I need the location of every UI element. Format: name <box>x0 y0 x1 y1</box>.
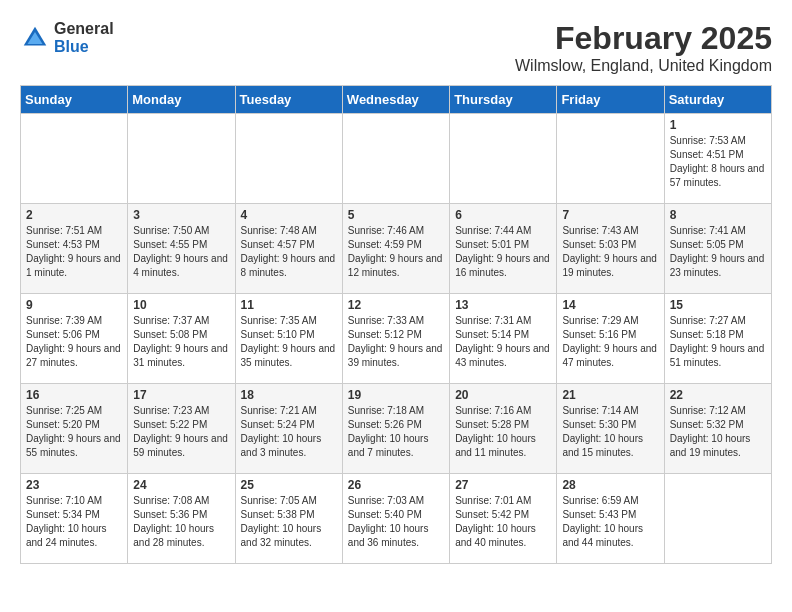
day-number: 15 <box>670 298 766 312</box>
calendar-week-row: 2Sunrise: 7:51 AM Sunset: 4:53 PM Daylig… <box>21 204 772 294</box>
day-number: 26 <box>348 478 444 492</box>
calendar-cell: 11Sunrise: 7:35 AM Sunset: 5:10 PM Dayli… <box>235 294 342 384</box>
calendar-header-row: Sunday Monday Tuesday Wednesday Thursday… <box>21 86 772 114</box>
calendar-cell <box>21 114 128 204</box>
calendar-week-row: 16Sunrise: 7:25 AM Sunset: 5:20 PM Dayli… <box>21 384 772 474</box>
day-info: Sunrise: 7:14 AM Sunset: 5:30 PM Dayligh… <box>562 404 658 460</box>
day-info: Sunrise: 7:50 AM Sunset: 4:55 PM Dayligh… <box>133 224 229 280</box>
calendar-cell: 18Sunrise: 7:21 AM Sunset: 5:24 PM Dayli… <box>235 384 342 474</box>
logo: General Blue <box>20 20 114 55</box>
day-number: 3 <box>133 208 229 222</box>
calendar-cell: 20Sunrise: 7:16 AM Sunset: 5:28 PM Dayli… <box>450 384 557 474</box>
calendar-cell: 3Sunrise: 7:50 AM Sunset: 4:55 PM Daylig… <box>128 204 235 294</box>
day-number: 16 <box>26 388 122 402</box>
calendar-week-row: 23Sunrise: 7:10 AM Sunset: 5:34 PM Dayli… <box>21 474 772 564</box>
day-number: 13 <box>455 298 551 312</box>
day-number: 6 <box>455 208 551 222</box>
day-info: Sunrise: 7:46 AM Sunset: 4:59 PM Dayligh… <box>348 224 444 280</box>
day-info: Sunrise: 7:08 AM Sunset: 5:36 PM Dayligh… <box>133 494 229 550</box>
logo-icon <box>20 23 50 53</box>
calendar-cell: 17Sunrise: 7:23 AM Sunset: 5:22 PM Dayli… <box>128 384 235 474</box>
day-info: Sunrise: 7:01 AM Sunset: 5:42 PM Dayligh… <box>455 494 551 550</box>
calendar-cell: 2Sunrise: 7:51 AM Sunset: 4:53 PM Daylig… <box>21 204 128 294</box>
calendar-cell <box>664 474 771 564</box>
day-number: 22 <box>670 388 766 402</box>
calendar-cell <box>557 114 664 204</box>
day-info: Sunrise: 7:29 AM Sunset: 5:16 PM Dayligh… <box>562 314 658 370</box>
calendar-cell: 7Sunrise: 7:43 AM Sunset: 5:03 PM Daylig… <box>557 204 664 294</box>
day-info: Sunrise: 7:39 AM Sunset: 5:06 PM Dayligh… <box>26 314 122 370</box>
calendar-week-row: 9Sunrise: 7:39 AM Sunset: 5:06 PM Daylig… <box>21 294 772 384</box>
day-info: Sunrise: 7:33 AM Sunset: 5:12 PM Dayligh… <box>348 314 444 370</box>
day-number: 23 <box>26 478 122 492</box>
day-info: Sunrise: 7:44 AM Sunset: 5:01 PM Dayligh… <box>455 224 551 280</box>
calendar-cell: 14Sunrise: 7:29 AM Sunset: 5:16 PM Dayli… <box>557 294 664 384</box>
logo-blue: Blue <box>54 38 114 56</box>
calendar-cell: 9Sunrise: 7:39 AM Sunset: 5:06 PM Daylig… <box>21 294 128 384</box>
day-number: 21 <box>562 388 658 402</box>
calendar-cell: 26Sunrise: 7:03 AM Sunset: 5:40 PM Dayli… <box>342 474 449 564</box>
day-info: Sunrise: 7:27 AM Sunset: 5:18 PM Dayligh… <box>670 314 766 370</box>
day-info: Sunrise: 7:03 AM Sunset: 5:40 PM Dayligh… <box>348 494 444 550</box>
calendar-cell: 19Sunrise: 7:18 AM Sunset: 5:26 PM Dayli… <box>342 384 449 474</box>
day-number: 4 <box>241 208 337 222</box>
calendar-cell: 15Sunrise: 7:27 AM Sunset: 5:18 PM Dayli… <box>664 294 771 384</box>
calendar-cell: 24Sunrise: 7:08 AM Sunset: 5:36 PM Dayli… <box>128 474 235 564</box>
day-info: Sunrise: 7:37 AM Sunset: 5:08 PM Dayligh… <box>133 314 229 370</box>
day-info: Sunrise: 7:12 AM Sunset: 5:32 PM Dayligh… <box>670 404 766 460</box>
calendar-cell: 27Sunrise: 7:01 AM Sunset: 5:42 PM Dayli… <box>450 474 557 564</box>
calendar-title: February 2025 <box>515 20 772 57</box>
col-tuesday: Tuesday <box>235 86 342 114</box>
calendar-cell: 10Sunrise: 7:37 AM Sunset: 5:08 PM Dayli… <box>128 294 235 384</box>
calendar-cell <box>128 114 235 204</box>
day-info: Sunrise: 7:10 AM Sunset: 5:34 PM Dayligh… <box>26 494 122 550</box>
day-info: Sunrise: 7:18 AM Sunset: 5:26 PM Dayligh… <box>348 404 444 460</box>
calendar-cell: 5Sunrise: 7:46 AM Sunset: 4:59 PM Daylig… <box>342 204 449 294</box>
day-number: 25 <box>241 478 337 492</box>
calendar-cell <box>235 114 342 204</box>
day-info: Sunrise: 7:05 AM Sunset: 5:38 PM Dayligh… <box>241 494 337 550</box>
day-info: Sunrise: 7:25 AM Sunset: 5:20 PM Dayligh… <box>26 404 122 460</box>
col-saturday: Saturday <box>664 86 771 114</box>
col-thursday: Thursday <box>450 86 557 114</box>
calendar-cell <box>450 114 557 204</box>
calendar-cell: 16Sunrise: 7:25 AM Sunset: 5:20 PM Dayli… <box>21 384 128 474</box>
calendar-week-row: 1Sunrise: 7:53 AM Sunset: 4:51 PM Daylig… <box>21 114 772 204</box>
day-number: 1 <box>670 118 766 132</box>
calendar-subtitle: Wilmslow, England, United Kingdom <box>515 57 772 75</box>
day-number: 24 <box>133 478 229 492</box>
day-info: Sunrise: 7:35 AM Sunset: 5:10 PM Dayligh… <box>241 314 337 370</box>
calendar-cell: 12Sunrise: 7:33 AM Sunset: 5:12 PM Dayli… <box>342 294 449 384</box>
day-info: Sunrise: 7:23 AM Sunset: 5:22 PM Dayligh… <box>133 404 229 460</box>
calendar-cell: 23Sunrise: 7:10 AM Sunset: 5:34 PM Dayli… <box>21 474 128 564</box>
page-header: General Blue February 2025 Wilmslow, Eng… <box>20 20 772 75</box>
calendar-cell: 25Sunrise: 7:05 AM Sunset: 5:38 PM Dayli… <box>235 474 342 564</box>
day-info: Sunrise: 7:41 AM Sunset: 5:05 PM Dayligh… <box>670 224 766 280</box>
day-number: 27 <box>455 478 551 492</box>
calendar-cell: 21Sunrise: 7:14 AM Sunset: 5:30 PM Dayli… <box>557 384 664 474</box>
day-number: 7 <box>562 208 658 222</box>
col-friday: Friday <box>557 86 664 114</box>
day-info: Sunrise: 7:43 AM Sunset: 5:03 PM Dayligh… <box>562 224 658 280</box>
calendar-cell <box>342 114 449 204</box>
col-wednesday: Wednesday <box>342 86 449 114</box>
calendar-table: Sunday Monday Tuesday Wednesday Thursday… <box>20 85 772 564</box>
day-info: Sunrise: 7:31 AM Sunset: 5:14 PM Dayligh… <box>455 314 551 370</box>
day-info: Sunrise: 7:16 AM Sunset: 5:28 PM Dayligh… <box>455 404 551 460</box>
day-info: Sunrise: 7:48 AM Sunset: 4:57 PM Dayligh… <box>241 224 337 280</box>
logo-general: General <box>54 20 114 38</box>
calendar-cell: 4Sunrise: 7:48 AM Sunset: 4:57 PM Daylig… <box>235 204 342 294</box>
day-number: 5 <box>348 208 444 222</box>
day-info: Sunrise: 6:59 AM Sunset: 5:43 PM Dayligh… <box>562 494 658 550</box>
day-number: 17 <box>133 388 229 402</box>
day-number: 9 <box>26 298 122 312</box>
calendar-cell: 6Sunrise: 7:44 AM Sunset: 5:01 PM Daylig… <box>450 204 557 294</box>
day-info: Sunrise: 7:21 AM Sunset: 5:24 PM Dayligh… <box>241 404 337 460</box>
day-number: 8 <box>670 208 766 222</box>
day-info: Sunrise: 7:51 AM Sunset: 4:53 PM Dayligh… <box>26 224 122 280</box>
day-number: 19 <box>348 388 444 402</box>
calendar-cell: 22Sunrise: 7:12 AM Sunset: 5:32 PM Dayli… <box>664 384 771 474</box>
day-number: 2 <box>26 208 122 222</box>
day-number: 28 <box>562 478 658 492</box>
calendar-cell: 8Sunrise: 7:41 AM Sunset: 5:05 PM Daylig… <box>664 204 771 294</box>
